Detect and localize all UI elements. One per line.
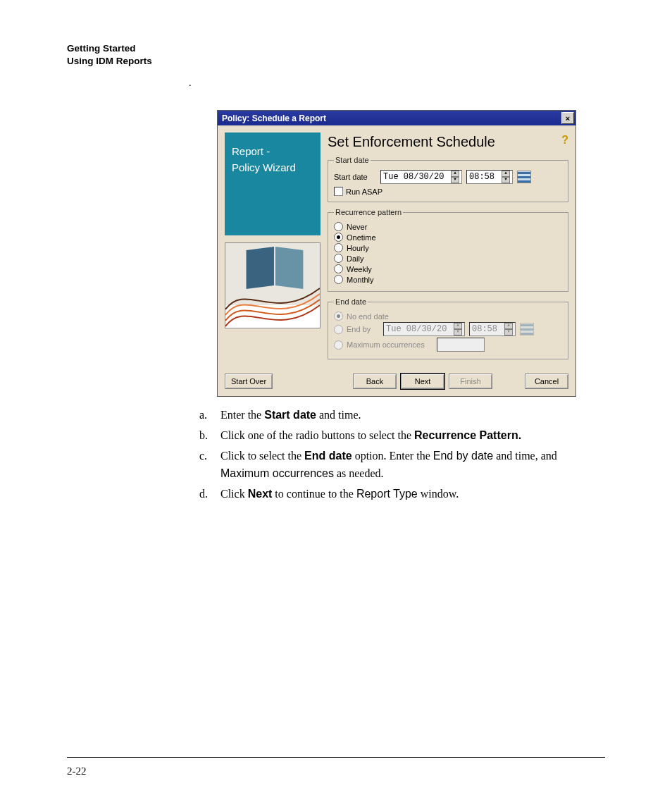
titlebar[interactable]: Policy: Schedule a Report × xyxy=(218,111,575,125)
recurrence-weekly[interactable]: Weekly xyxy=(334,264,564,273)
ui-term: Report Type xyxy=(356,488,418,500)
recurrence-legend: Recurrence pattern xyxy=(334,208,403,216)
start-time-field[interactable]: 08:58 ▲▼ xyxy=(466,170,513,184)
radio-icon xyxy=(334,243,343,252)
radio-icon xyxy=(334,222,343,231)
start-date-row: Start date Tue 08/30/20 ▲▼ 08:58 ▲▼ xyxy=(334,170,564,184)
radio-icon xyxy=(334,275,343,284)
recurrence-group: Recurrence pattern Never Onetime Hourly xyxy=(328,208,568,292)
recurrence-daily[interactable]: Daily xyxy=(334,254,564,263)
end-by-radio[interactable]: End by xyxy=(334,325,379,334)
start-date-label: Start date xyxy=(334,173,376,181)
finish-button: Finish xyxy=(449,374,492,389)
max-occurrences-radio[interactable]: Maximum occurrences xyxy=(334,340,433,350)
end-by-row: End by Tue 08/30/20 ▲▼ 08:58 ▲▼ xyxy=(334,322,564,336)
radio-icon xyxy=(334,264,343,273)
page: Getting Started Using IDM Reports . Poli… xyxy=(0,0,672,807)
bold-text: Recurrence Pattern. xyxy=(414,429,521,441)
instruction-list: a. Enter the Start date and time. b. Cli… xyxy=(199,407,605,503)
recurrence-daily-label: Daily xyxy=(347,254,363,263)
checkbox-icon xyxy=(334,187,343,196)
start-date-legend: Start date xyxy=(334,156,371,164)
instruction-d-marker: d. xyxy=(199,486,220,503)
recurrence-hourly-label: Hourly xyxy=(347,244,369,252)
recurrence-never[interactable]: Never xyxy=(334,222,564,231)
recurrence-monthly[interactable]: Monthly xyxy=(334,275,564,284)
close-icon[interactable]: × xyxy=(561,112,574,124)
text: to continue to the xyxy=(272,488,356,500)
recurrence-onetime-label: Onetime xyxy=(347,233,376,242)
page-number: 2-22 xyxy=(67,765,87,777)
ui-term: Maximum occurrences xyxy=(220,467,334,479)
text: Enter the xyxy=(220,409,264,421)
titlebar-text: Policy: Schedule a Report xyxy=(222,113,326,123)
start-date-field[interactable]: Tue 08/30/20 ▲▼ xyxy=(380,170,462,184)
text: window. xyxy=(418,488,459,500)
bold-text: Start date xyxy=(264,409,316,421)
no-end-date-label: No end date xyxy=(347,312,389,321)
dialog-heading-row: Set Enforcement Schedule ? xyxy=(328,134,568,150)
recurrence-never-label: Never xyxy=(347,223,367,231)
instruction-a: a. Enter the Start date and time. xyxy=(199,407,605,424)
instruction-a-text: Enter the Start date and time. xyxy=(220,407,605,424)
wizard-sidebar: Report - Policy Wizard xyxy=(225,133,321,365)
text: Click one of the radio buttons to select… xyxy=(220,429,414,441)
wizard-illustration xyxy=(225,242,321,328)
run-asap-checkbox[interactable]: Run ASAP xyxy=(334,187,564,196)
text: option. Enter the xyxy=(352,450,433,462)
footer-rule xyxy=(67,757,605,758)
instruction-c-text: Click to select the End date option. Ent… xyxy=(220,448,605,483)
next-button[interactable]: Next xyxy=(401,374,444,389)
bold-text: Next xyxy=(248,488,273,500)
header-line1: Getting Started xyxy=(67,43,136,54)
end-by-date-value: Tue 08/30/20 xyxy=(386,324,447,334)
radio-selected-icon xyxy=(334,233,343,242)
figure-dot: . xyxy=(189,78,192,89)
end-date-group: End date No end date End by Tue 08/3 xyxy=(328,297,568,359)
radio-disabled-icon xyxy=(334,340,343,350)
start-date-group: Start date Start date Tue 08/30/20 ▲▼ 08… xyxy=(328,156,568,202)
recurrence-weekly-label: Weekly xyxy=(347,265,372,273)
dialog-main: Set Enforcement Schedule ? Start date St… xyxy=(328,133,568,365)
dialog-body: Report - Policy Wizard xyxy=(218,125,575,369)
instruction-c: c. Click to select the End date option. … xyxy=(199,448,605,483)
radio-selected-disabled-icon xyxy=(334,312,343,321)
time-spinner-icon: ▲▼ xyxy=(504,323,513,335)
wizard-title-1: Report - xyxy=(232,144,313,160)
cancel-button[interactable]: Cancel xyxy=(525,374,568,389)
time-spinner-icon[interactable]: ▲▼ xyxy=(502,171,510,183)
run-asap-label: Run ASAP xyxy=(346,187,382,196)
end-by-date-field: Tue 08/30/20 ▲▼ xyxy=(383,322,465,336)
button-row: Start Over Back Next Finish Cancel xyxy=(218,369,575,396)
back-button[interactable]: Back xyxy=(353,374,397,389)
running-header: Getting Started Using IDM Reports xyxy=(67,42,605,68)
text: Click to select the xyxy=(220,450,304,462)
ui-term: End by date xyxy=(433,450,493,462)
dialog-screenshot: Policy: Schedule a Report × Report - Pol… xyxy=(217,110,605,397)
calendar-icon[interactable] xyxy=(517,171,531,183)
recurrence-monthly-label: Monthly xyxy=(347,276,374,284)
radio-icon xyxy=(334,254,343,263)
instruction-d: d. Click Next to continue to the Report … xyxy=(199,486,605,503)
instruction-a-marker: a. xyxy=(199,407,220,424)
text: and time, and xyxy=(493,450,557,462)
max-occurrences-label: Maximum occurrences xyxy=(347,340,425,349)
instruction-d-text: Click Next to continue to the Report Typ… xyxy=(220,486,605,503)
no-end-date-radio[interactable]: No end date xyxy=(334,312,564,321)
help-icon[interactable]: ? xyxy=(561,134,568,147)
start-time-value: 08:58 xyxy=(469,172,494,182)
end-date-legend: End date xyxy=(334,297,368,306)
instruction-b-marker: b. xyxy=(199,427,220,445)
recurrence-onetime[interactable]: Onetime xyxy=(334,233,564,242)
svg-marker-2 xyxy=(275,247,303,289)
header-line2: Using IDM Reports xyxy=(67,55,605,68)
calendar-icon-disabled xyxy=(520,323,534,335)
radio-disabled-icon xyxy=(334,325,343,334)
start-over-button[interactable]: Start Over xyxy=(225,374,273,389)
recurrence-hourly[interactable]: Hourly xyxy=(334,243,564,252)
date-spinner-icon: ▲▼ xyxy=(454,323,462,335)
dialog-heading: Set Enforcement Schedule xyxy=(328,134,495,150)
instruction-b: b. Click one of the radio buttons to sel… xyxy=(199,427,605,445)
date-spinner-icon[interactable]: ▲▼ xyxy=(451,171,459,183)
start-date-value: Tue 08/30/20 xyxy=(383,172,444,182)
